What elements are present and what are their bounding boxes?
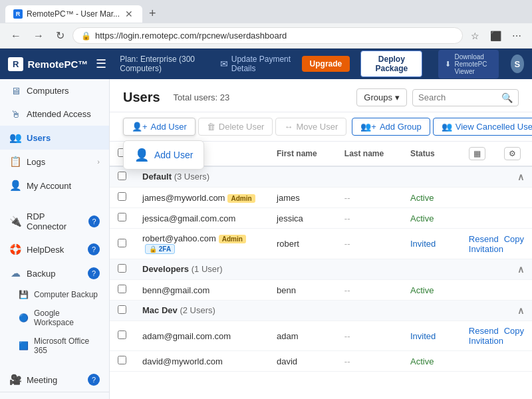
row-status: Invited (402, 321, 461, 351)
row-checkbox[interactable] (118, 239, 126, 247)
view-cancelled-button[interactable]: 👥 View Cancelled Users (433, 118, 532, 136)
menu-button[interactable]: ⋯ (508, 28, 525, 44)
action-resend-link[interactable]: Resend (469, 234, 499, 244)
sidebar-item-computers[interactable]: 🖥 Computers (0, 79, 109, 102)
add-group-button[interactable]: 👥+ Add Group (352, 118, 430, 136)
row-email: benn@gmail.com (134, 280, 269, 301)
sidebar-item-logs[interactable]: 📋 Logs › (0, 150, 109, 174)
sidebar-item-meeting[interactable]: 🎥 Meeting ? (0, 368, 109, 392)
row-check-cell[interactable] (110, 208, 134, 229)
row-status: Active (402, 188, 461, 208)
users-table: Email address ↑ First name Last name Sta… (110, 142, 532, 372)
back-button[interactable]: ← (7, 28, 25, 44)
row-checkbox[interactable] (118, 331, 126, 339)
backup-icon: ☁ (9, 267, 21, 279)
backup-help-icon[interactable]: ? (88, 267, 100, 279)
action-resend-link[interactable]: Resend (469, 326, 499, 336)
download-viewer-button[interactable]: ⬇ Download RemotePC Viewer (438, 50, 498, 78)
col-actions-filter[interactable]: ▦ (461, 142, 497, 166)
sidebar-item-helpdesk[interactable]: 🛟 HelpDesk ? (0, 237, 109, 261)
row-actions (461, 280, 532, 301)
move-user-icon: ↔ (284, 122, 293, 132)
sidebar-item-google-workspace[interactable]: 🔵 Google Workspace (0, 304, 109, 332)
group-row: Developers (1 User) ∧ (110, 259, 532, 280)
download-viewer-label: Download RemotePC Viewer (454, 53, 491, 75)
column-settings-icon[interactable]: ⚙ (504, 147, 521, 160)
search-input[interactable] (418, 92, 497, 102)
sidebar-item-users[interactable]: 👥 Users (0, 126, 109, 150)
active-tab[interactable]: R RemotePC™ - User Mar... ✕ (5, 5, 142, 23)
search-icon[interactable]: 🔍 (501, 92, 513, 103)
row-checkbox[interactable] (118, 285, 126, 293)
row-checkbox[interactable] (118, 213, 126, 221)
sidebar-item-rdp-connector[interactable]: 🔌 RDP Connector ? (0, 205, 109, 237)
add-user-dropdown[interactable]: 👤 Add User (123, 140, 204, 170)
group-collapse-icon[interactable]: ∧ (517, 172, 524, 182)
address-bar[interactable]: 🔒 https://login.remotepc.com/rpcnew/user… (72, 27, 463, 44)
add-group-label: Add Group (380, 122, 422, 132)
group-checkbox[interactable] (118, 305, 126, 314)
group-check-cell[interactable] (110, 301, 134, 321)
new-tab-button[interactable]: + (144, 4, 162, 23)
search-box[interactable]: 🔍 (412, 89, 519, 106)
status-badge: Invited (410, 331, 436, 341)
group-checkbox[interactable] (118, 264, 126, 273)
bookmark-button[interactable]: ☆ (467, 28, 483, 44)
logs-arrow-icon: › (97, 158, 100, 166)
computers-icon: 🖥 (9, 85, 21, 96)
group-check-cell[interactable] (110, 259, 134, 280)
hamburger-menu-icon[interactable]: ☰ (96, 57, 106, 71)
delete-user-label: Delete User (219, 122, 265, 132)
col-lname: Last name (336, 142, 402, 166)
row-status: Active (402, 208, 461, 229)
row-actions: ResendCopy Invitation (461, 229, 532, 259)
row-check-cell[interactable] (110, 229, 134, 259)
add-user-button[interactable]: 👤+ Add User (123, 118, 196, 136)
column-filter-icon[interactable]: ▦ (469, 147, 485, 160)
helpdesk-help-icon[interactable]: ? (88, 243, 100, 255)
group-name: Developers (142, 264, 189, 274)
row-email: adam@gmail.com.com (134, 321, 269, 351)
sidebar-label-google-workspace: Google Workspace (34, 309, 100, 327)
groups-button[interactable]: Groups ▾ (356, 88, 407, 106)
group-collapse-icon[interactable]: ∧ (517, 264, 524, 275)
rdp-help-icon[interactable]: ? (88, 215, 100, 227)
group-checkbox[interactable] (118, 172, 126, 180)
update-payment-button[interactable]: ✉ Update Payment Details (220, 55, 291, 73)
sidebar-item-attended-access[interactable]: 🖱 Attended Access (0, 102, 109, 126)
row-checkbox[interactable] (118, 192, 126, 201)
row-check-cell[interactable] (110, 280, 134, 301)
status-badge: Active (410, 213, 434, 223)
upgrade-button[interactable]: Upgrade (302, 56, 350, 72)
sidebar-item-my-account[interactable]: 👤 My Account (0, 174, 109, 198)
extensions-button[interactable]: ⬛ (486, 28, 505, 44)
status-badge: Active (410, 285, 434, 295)
row-check-cell[interactable] (110, 188, 134, 208)
lock-icon: 🔒 (81, 31, 91, 41)
sidebar-label-backup: Backup (27, 269, 55, 279)
body-layout: 🖥 Computers 🖱 Attended Access 👥 Users 📋 … (0, 79, 532, 399)
view-cancelled-label: View Cancelled Users (456, 122, 532, 132)
avatar[interactable]: S (511, 55, 524, 73)
row-checkbox[interactable] (118, 356, 126, 364)
group-collapse-icon[interactable]: ∧ (517, 305, 524, 316)
forward-button[interactable]: → (29, 28, 48, 44)
refresh-button[interactable]: ↻ (52, 27, 68, 44)
row-check-cell[interactable] (110, 321, 134, 351)
close-tab-button[interactable]: ✕ (124, 9, 134, 19)
table-row: robert@yahoo.comAdmin🔒 2FA robert -- Inv… (110, 229, 532, 259)
row-check-cell[interactable] (110, 351, 134, 372)
row-lname: -- (336, 229, 402, 259)
group-count: (3 Users) (174, 172, 209, 182)
sidebar: 🖥 Computers 🖱 Attended Access 👥 Users 📋 … (0, 79, 110, 399)
sidebar-item-microsoft-office[interactable]: 🟦 Microsoft Office 365 (0, 332, 109, 360)
meeting-help-icon[interactable]: ? (88, 374, 100, 386)
toolbar-right: 👥+ Add Group 👥 View Cancelled Users ▦ ⚙ (352, 118, 532, 136)
sidebar-item-backup[interactable]: ☁ Backup ? (0, 261, 109, 285)
admin-badge: Admin (219, 235, 246, 243)
delete-user-button[interactable]: 🗑 Delete User (198, 118, 273, 136)
col-settings[interactable]: ⚙ (496, 142, 532, 166)
sidebar-item-computer-backup[interactable]: 💾 Computer Backup (0, 285, 109, 304)
deploy-package-button[interactable]: Deploy Package (360, 51, 422, 77)
move-user-button[interactable]: ↔ Move User (275, 118, 346, 136)
